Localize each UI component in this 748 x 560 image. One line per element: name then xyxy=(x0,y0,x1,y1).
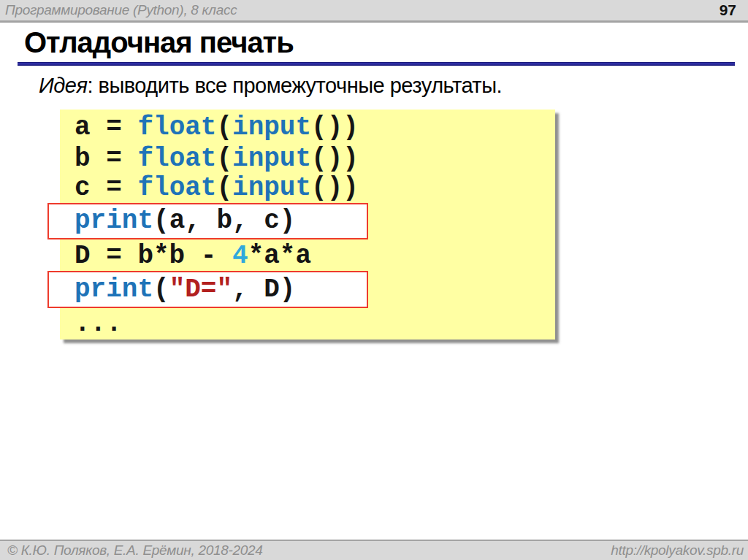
code-line-3: c = float(input()) xyxy=(60,174,555,203)
code-token-plain: c = xyxy=(75,173,137,203)
code-token-plain: D = b*b - xyxy=(75,241,232,271)
code-line-2: b = float(input()) xyxy=(60,143,555,174)
code-token-plain: (a, b, c) xyxy=(153,206,295,236)
slide: Программирование (Python), 8 класс 97 От… xyxy=(0,0,748,560)
code-token-keyword: print xyxy=(75,275,153,304)
code-block: a = float(input()) b = float(input()) c … xyxy=(60,110,555,340)
code-token-keyword: float xyxy=(137,112,216,142)
code-line-4-highlighted: print(a, b, c) xyxy=(47,203,368,239)
code-token-plain: ... xyxy=(75,309,122,339)
code-token-keyword: float xyxy=(137,173,216,203)
code-token-plain: ()) xyxy=(311,144,359,174)
idea-text: : выводить все промежуточные результаты. xyxy=(87,74,502,97)
slide-title: Отладочная печать xyxy=(24,26,294,59)
code-line-1: a = float(input()) xyxy=(60,112,555,143)
code-line-6-highlighted: print("D=", D) xyxy=(47,271,368,308)
copyright-text: © К.Ю. Поляков, Е.А. Ерёмин, 2018-2024 xyxy=(0,542,263,559)
code-line-5: D = b*b - 4*a*a xyxy=(60,239,555,271)
course-label: Программирование (Python), 8 класс xyxy=(0,2,237,18)
code-token-keyword: input xyxy=(232,173,311,203)
code-token-plain: ( xyxy=(216,173,232,203)
code-token-plain: ()) xyxy=(311,112,359,142)
idea-emphasis: Идея xyxy=(39,74,87,97)
code-token-keyword: print xyxy=(75,206,153,236)
header-bar: Программирование (Python), 8 класс 97 xyxy=(0,0,748,23)
title-underline xyxy=(18,62,735,66)
code-token-plain: , D) xyxy=(232,275,295,304)
code-token-keyword: float xyxy=(137,144,216,174)
code-token-string: "D=" xyxy=(169,275,232,304)
code-token-plain: b = xyxy=(75,144,137,174)
page-number: 97 xyxy=(720,1,748,19)
code-token-keyword: input xyxy=(232,144,311,174)
website-url: http://kpolyakov.spb.ru xyxy=(611,542,748,559)
code-token-plain: ( xyxy=(153,275,169,304)
code-token-plain: ( xyxy=(216,112,232,142)
code-token-plain: ()) xyxy=(311,173,359,203)
footer-bar: © К.Ю. Поляков, Е.А. Ерёмин, 2018-2024 h… xyxy=(0,540,748,560)
code-token-plain: ( xyxy=(216,144,232,174)
code-token-number: 4 xyxy=(232,241,248,271)
code-line-7: ... xyxy=(60,308,555,340)
code-token-plain: *a*a xyxy=(248,241,311,271)
code-token-plain: a = xyxy=(75,112,137,142)
idea-line: Идея: выводить все промежуточные результ… xyxy=(39,74,502,98)
code-token-keyword: input xyxy=(232,112,311,142)
